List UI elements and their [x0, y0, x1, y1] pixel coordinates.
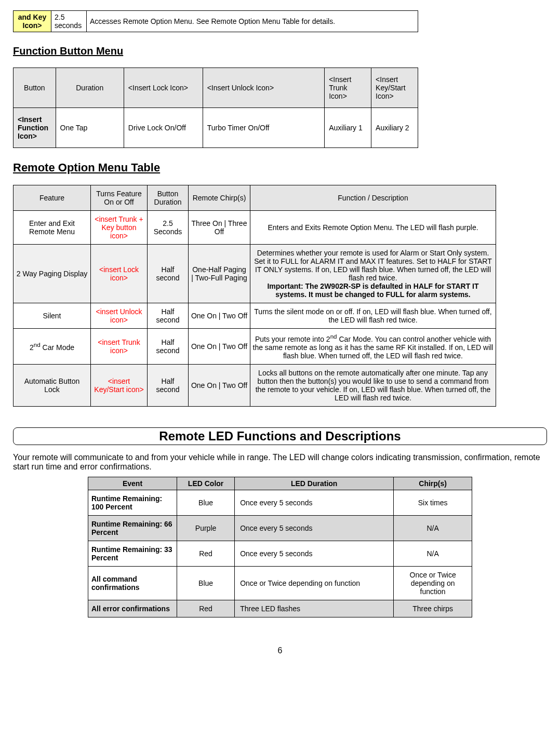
led-event: All command confirmations	[88, 566, 177, 600]
led-h-color: LED Color	[177, 477, 234, 490]
rom-desc: Turns the silent mode on or off. If on, …	[250, 303, 496, 329]
rom-row: 2 Way Paging Display<insert Lock icon>Ha…	[14, 245, 496, 303]
led-color: Purple	[177, 515, 234, 541]
rom-desc: Enters and Exits Remote Option Menu. The…	[250, 211, 496, 245]
fbm-header-lock: <Insert Lock Icon>	[124, 68, 203, 108]
led-event: Runtime Remaining: 66 Percent	[88, 515, 177, 541]
led-row: Runtime Remaining: 33 PercentRedOnce eve…	[88, 541, 472, 566]
fbm-header-button: Button	[14, 68, 56, 108]
top-icon-cell: and Key Icon>	[14, 11, 51, 32]
top-desc-cell: Accesses Remote Option Menu. See Remote …	[87, 11, 418, 32]
led-color: Blue	[177, 490, 234, 515]
led-row: Runtime Remaining: 100 PercentBlueOnce e…	[88, 490, 472, 515]
rom-duration: Half second	[148, 245, 189, 303]
rom-chirps: One On | Two Off	[189, 364, 250, 406]
led-chirps: Six times	[394, 490, 472, 515]
rom-h-chirps: Remote Chirp(s)	[189, 185, 250, 211]
remote-option-menu-heading: Remote Option Menu Table	[13, 161, 547, 174]
led-event: Runtime Remaining: 100 Percent	[88, 490, 177, 515]
led-h-event: Event	[88, 477, 177, 490]
led-row: All command confirmationsBlueOnce or Twi…	[88, 566, 472, 600]
led-table: Event LED Color LED Duration Chirp(s) Ru…	[88, 477, 472, 617]
rom-icon-cell: <insert Trunk icon>	[91, 329, 148, 365]
function-button-menu-heading: Function Button Menu	[13, 45, 547, 57]
led-banner: Remote LED Functions and Descriptions	[13, 427, 547, 445]
led-h-duration: LED Duration	[235, 477, 394, 490]
rom-row: Silent<insert Unlock icon>Half secondOne…	[14, 303, 496, 329]
rom-feature: Enter and Exit Remote Menu	[14, 211, 91, 245]
rom-h-feature: Feature	[14, 185, 91, 211]
fbm-row-key: Auxiliary 2	[371, 108, 418, 148]
led-chirps: N/A	[394, 541, 472, 566]
rom-duration: Half second	[148, 364, 189, 406]
led-duration: Once or Twice depending on function	[235, 566, 394, 600]
rom-feature: 2nd Car Mode	[14, 329, 91, 365]
top-duration-cell: 2.5 seconds	[51, 11, 87, 32]
led-row: All error confirmationsRedThree LED flas…	[88, 600, 472, 617]
led-row: Runtime Remaining: 66 PercentPurpleOnce …	[88, 515, 472, 541]
rom-feature: 2 Way Paging Display	[14, 245, 91, 303]
rom-icon-cell: <insert Lock icon>	[91, 245, 148, 303]
rom-chirps: One-Half Paging | Two-Full Paging	[189, 245, 250, 303]
fbm-header-duration: Duration	[56, 68, 124, 108]
rom-duration: 2.5 Seconds	[148, 211, 189, 245]
fbm-header-key: <Insert Key/Start Icon>	[371, 68, 418, 108]
fbm-row-icon: <Insert Function Icon>	[14, 108, 56, 148]
fbm-row-unlock: Turbo Timer On/Off	[203, 108, 325, 148]
led-event: All error confirmations	[88, 600, 177, 617]
led-duration: Once every 5 seconds	[235, 541, 394, 566]
led-duration: Three LED flashes	[235, 600, 394, 617]
led-color: Blue	[177, 566, 234, 600]
rom-h-toggle: Turns Feature On or Off	[91, 185, 148, 211]
led-chirps: N/A	[394, 515, 472, 541]
fbm-row-duration: One Tap	[56, 108, 124, 148]
led-chirps: Three chirps	[394, 600, 472, 617]
led-h-chirps: Chirp(s)	[394, 477, 472, 490]
remote-option-menu-table: Feature Turns Feature On or Off Button D…	[13, 185, 496, 407]
rom-chirps: Three On | Three Off	[189, 211, 250, 245]
led-duration: Once every 5 seconds	[235, 490, 394, 515]
led-color: Red	[177, 600, 234, 617]
rom-h-duration: Button Duration	[148, 185, 189, 211]
fbm-header-unlock: <Insert Unlock Icon>	[203, 68, 325, 108]
rom-chirps: One On | Two Off	[189, 329, 250, 365]
rom-icon-cell: <insert Key/Start icon>	[91, 364, 148, 406]
rom-desc: Determines whether your remote is used f…	[250, 245, 496, 303]
rom-icon-cell: <insert Trunk + Key button icon>	[91, 211, 148, 245]
rom-row: Enter and Exit Remote Menu<insert Trunk …	[14, 211, 496, 245]
rom-feature: Silent	[14, 303, 91, 329]
rom-row: 2nd Car Mode<insert Trunk icon>Half seco…	[14, 329, 496, 365]
function-button-menu-table: Button Duration <Insert Lock Icon> <Inse…	[13, 68, 418, 148]
fbm-header-trunk: <Insert Trunk Icon>	[325, 68, 371, 108]
rom-duration: Half second	[148, 329, 189, 365]
fbm-row-lock: Drive Lock On/Off	[124, 108, 203, 148]
rom-icon-cell: <insert Unlock icon>	[91, 303, 148, 329]
led-duration: Once every 5 seconds	[235, 515, 394, 541]
rom-desc: Puts your remote into 2nd Car Mode. You …	[250, 329, 496, 365]
led-intro: Your remote will communicate to and from…	[13, 453, 547, 472]
fbm-row-trunk: Auxiliary 1	[325, 108, 371, 148]
led-chirps: Once or Twice depending on function	[394, 566, 472, 600]
rom-h-desc: Function / Description	[250, 185, 496, 211]
top-row-table: and Key Icon> 2.5 seconds Accesses Remot…	[13, 10, 418, 32]
rom-feature: Automatic Button Lock	[14, 364, 91, 406]
rom-row: Automatic Button Lock<insert Key/Start i…	[14, 364, 496, 406]
led-color: Red	[177, 541, 234, 566]
led-event: Runtime Remaining: 33 Percent	[88, 541, 177, 566]
rom-chirps: One On | Two Off	[189, 303, 250, 329]
rom-duration: Half second	[148, 303, 189, 329]
page-number: 6	[13, 646, 547, 655]
rom-desc: Locks all buttons on the remote automati…	[250, 364, 496, 406]
